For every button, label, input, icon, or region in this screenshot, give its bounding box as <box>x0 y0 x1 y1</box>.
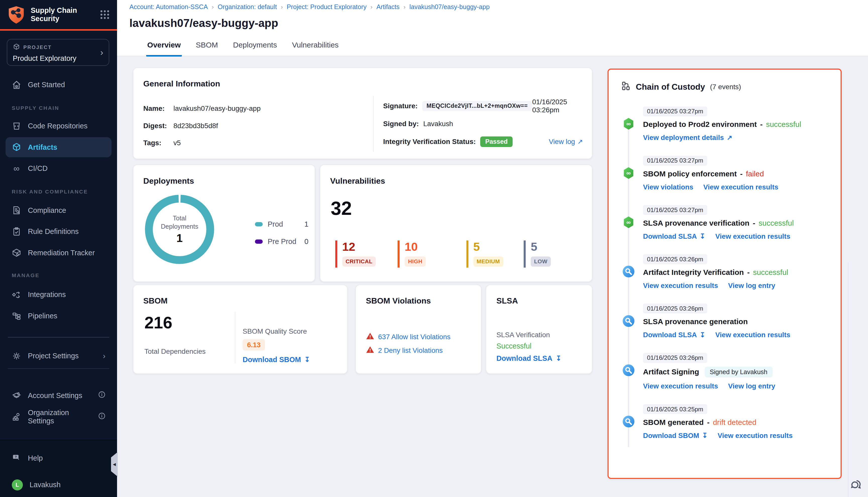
total-dependencies-value: 216 <box>144 313 172 332</box>
section-label-manage: MANAGE <box>12 272 40 279</box>
event-timestamp: 01/16/2025 03:27pm <box>643 205 707 215</box>
sidebar-item-code-repositories[interactable]: Code Repositories <box>5 116 112 136</box>
download-icon: ↧ <box>304 356 310 363</box>
view-deployment-details-link[interactable]: View deployment details↗ <box>643 134 732 142</box>
signature-timestamp: 01/16/2025 03:26pm <box>532 98 583 114</box>
download-sbom-link[interactable]: Download SBOM↧ <box>243 356 310 364</box>
total-vulnerabilities-value: 32 <box>331 198 352 219</box>
user-menu[interactable]: L Lavakush <box>5 475 112 495</box>
sidebar-item-help[interactable]: ? Help <box>5 448 112 468</box>
tab-vulnerabilities[interactable]: Vulnerabilities <box>291 37 339 57</box>
sbom-quality-score-value: 6.13 <box>243 339 265 351</box>
breadcrumb-separator: › <box>281 3 283 11</box>
sidebar-item-label: Integrations <box>28 290 66 299</box>
deny-list-violations-link[interactable]: 2 Deny list Violations <box>378 346 443 355</box>
slsa-verification-label: SLSA Verification <box>496 331 550 339</box>
section-label-supply-chain: SUPPLY CHAIN <box>12 105 59 111</box>
event-title: SLSA provenance verification <box>643 219 750 227</box>
sidebar-item-artifacts[interactable]: Artifacts <box>5 137 112 157</box>
view-log-entry-link[interactable]: View log entry <box>728 382 775 390</box>
signed-by-value: Lavakush <box>423 120 453 128</box>
breadcrumb-organization[interactable]: Organization: default <box>218 3 277 11</box>
signed-by-badge: Signed by Lavakush <box>705 367 772 377</box>
sidebar-item-label: CI/CD <box>28 164 48 173</box>
project-selector-label: PROJECT <box>23 44 52 50</box>
sidebar-item-rule-definitions[interactable]: Rule Definitions <box>5 222 112 242</box>
external-link-icon: ↗ <box>577 139 583 145</box>
download-slsa-link[interactable]: Download SLSA↧ <box>643 232 705 240</box>
breadcrumb-separator: › <box>371 3 373 11</box>
event-title: Artifact Signing <box>643 368 699 376</box>
breadcrumb-artifacts[interactable]: Artifacts <box>376 3 400 11</box>
event-status: successful <box>753 268 788 276</box>
integrity-status-label: Integrity Verification Status: <box>383 138 476 146</box>
deployments-legend: Prod 1 Pre Prod 0 <box>255 218 308 253</box>
allow-list-violations-link[interactable]: 637 Allow list Violations <box>378 333 451 341</box>
module-grid-icon[interactable] <box>99 9 110 20</box>
svg-text:∞: ∞ <box>626 120 631 127</box>
view-execution-results-link[interactable]: View execution results <box>715 232 791 240</box>
download-slsa-link[interactable]: Download SLSA↧ <box>643 331 705 339</box>
tab-sbom[interactable]: SBOM <box>194 37 219 57</box>
breadcrumb-artifact-name[interactable]: lavakush07/easy-buggy-app <box>409 3 490 11</box>
sidebar-item-compliance[interactable]: Compliance <box>5 200 112 221</box>
project-selector[interactable]: PROJECT Product Exploratory › <box>7 39 110 66</box>
tab-bar: Overview SBOM Deployments Vulnerabilitie… <box>146 37 340 57</box>
sidebar-item-remediation-tracker[interactable]: Remediation Tracker <box>5 243 112 263</box>
artifacts-cube-icon <box>12 142 21 152</box>
severity-medium: 5 MEDIUM <box>466 240 503 268</box>
download-sbom-link[interactable]: Download SBOM↧ <box>643 432 708 440</box>
sidebar-divider <box>8 368 109 369</box>
event-title: SLSA provenance generation <box>643 317 748 326</box>
integrity-status-badge: Passed <box>480 137 512 147</box>
support-chat-icon[interactable] <box>850 477 865 492</box>
event-status: successful <box>759 219 794 227</box>
warning-icon <box>366 332 374 342</box>
page-header: Account: Automation-SSCA › Organization:… <box>117 0 868 56</box>
prod-swatch <box>255 222 263 227</box>
legend-value: 1 <box>304 220 308 228</box>
view-execution-results-link[interactable]: View execution results <box>703 183 778 191</box>
sidebar-item-project-settings[interactable]: Project Settings › <box>5 346 112 366</box>
sidebar-item-get-started[interactable]: Get Started <box>5 75 112 95</box>
total-deployments-value: 1 <box>176 232 183 244</box>
download-slsa-link[interactable]: Download SLSA↧ <box>496 354 561 363</box>
user-name: Lavakush <box>30 481 61 489</box>
breadcrumb-account[interactable]: Account: Automation-SSCA <box>129 3 208 11</box>
sidebar-item-pipelines[interactable]: Pipelines <box>5 306 112 326</box>
event-status: drift detected <box>713 418 756 427</box>
view-log-link[interactable]: View log↗ <box>549 138 583 146</box>
signature-value: MEQCICde2VjIT...bL+2+mqnOXw== <box>422 101 532 111</box>
breadcrumb-project[interactable]: Project: Product Exploratory <box>287 3 367 11</box>
critical-count: 12 <box>342 241 376 253</box>
tags-value: v5 <box>173 139 180 147</box>
tab-deployments[interactable]: Deployments <box>232 37 278 57</box>
project-cube-icon <box>13 42 20 53</box>
view-execution-results-link[interactable]: View execution results <box>643 282 718 290</box>
slsa-verification-status: Successful <box>496 342 532 350</box>
card-title: SBOM <box>143 296 168 306</box>
high-count: 10 <box>405 241 426 253</box>
sidebar-item-integrations[interactable]: Integrations <box>5 285 112 305</box>
event-title: Artifact Integrity Verification <box>643 268 744 276</box>
view-execution-results-link[interactable]: View execution results <box>643 382 718 390</box>
tab-overview[interactable]: Overview <box>146 37 182 57</box>
view-execution-results-link[interactable]: View execution results <box>718 432 793 440</box>
event-title: Deployed to Prod2 environment <box>643 120 757 129</box>
view-violations-link[interactable]: View violations <box>643 183 693 191</box>
event-timestamp: 01/16/2025 03:26pm <box>643 303 707 313</box>
sidebar-item-account-settings[interactable]: Account Settings <box>5 386 112 406</box>
svg-text:∞: ∞ <box>626 219 631 226</box>
view-execution-results-link[interactable]: View execution results <box>715 331 791 339</box>
sidebar-item-cicd[interactable]: ∞ CI/CD <box>5 158 112 179</box>
sidebar-item-label: Account Settings <box>28 392 82 400</box>
project-selector-name: Product Exploratory <box>13 54 100 62</box>
sidebar-item-organization-settings[interactable]: Organization Settings <box>5 407 112 427</box>
infinity-icon: ∞ <box>12 164 21 173</box>
view-log-entry-link[interactable]: View log entry <box>728 282 775 290</box>
legend-label: Prod <box>268 220 283 228</box>
download-icon: ↧ <box>700 233 705 240</box>
sidebar-item-label: Get Started <box>28 81 65 89</box>
sidebar-divider <box>8 337 109 338</box>
artifact-name-value: lavakush07/easy-buggy-app <box>173 104 260 113</box>
